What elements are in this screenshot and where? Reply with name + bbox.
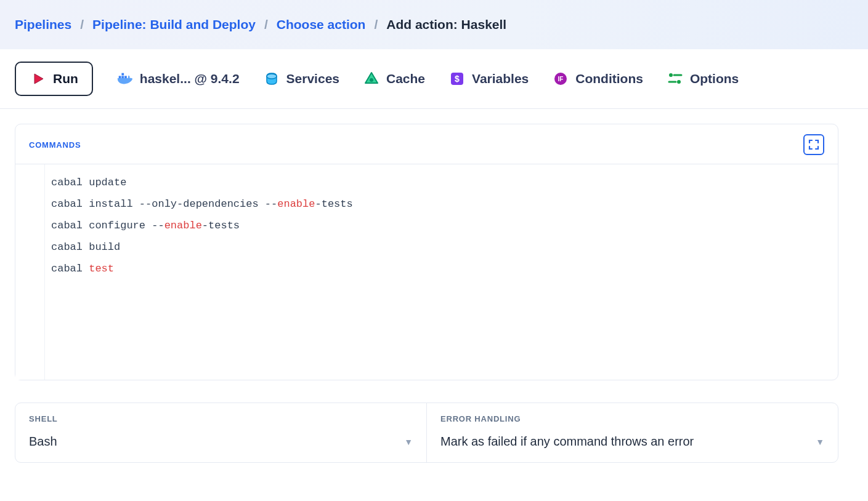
commands-panel: COMMANDS cabal updatecabal install --onl… [15, 124, 838, 380]
breadcrumb-separator: / [264, 17, 268, 32]
commands-editor[interactable]: cabal updatecabal install --only-depende… [15, 164, 838, 380]
tab-services[interactable]: Services [263, 65, 339, 92]
code-line: cabal install --only-dependencies --enab… [51, 198, 832, 210]
error-handling-label: ERROR HANDLING [440, 414, 824, 423]
shell-label: SHELL [29, 414, 413, 423]
svg-rect-1 [121, 76, 124, 78]
expand-button[interactable] [803, 134, 824, 155]
code-line: cabal test [51, 263, 832, 275]
svg-text:IF: IF [558, 76, 564, 82]
action-tabs: Run haskel... @ 9.4.2 Services Cache $ V… [0, 49, 868, 109]
svg-rect-3 [121, 73, 124, 76]
svg-text:$: $ [455, 74, 460, 84]
tab-run[interactable]: Run [15, 62, 93, 96]
tab-label: Run [53, 71, 78, 86]
code-line: cabal update [51, 177, 832, 188]
code-area[interactable]: cabal updatecabal install --only-depende… [45, 164, 838, 380]
code-line: cabal build [51, 241, 832, 253]
code-line: cabal configure --enable-tests [51, 220, 832, 231]
breadcrumb: Pipelines / Pipeline: Build and Deploy /… [15, 17, 853, 32]
expand-icon [808, 138, 820, 151]
error-handling-value: Mark as failed if any command throws an … [440, 435, 694, 449]
shell-value: Bash [29, 435, 57, 449]
breadcrumb-separator: / [374, 17, 378, 32]
conditions-icon: IF [552, 70, 569, 87]
options-icon [667, 70, 684, 87]
tab-variables[interactable]: $ Variables [448, 65, 529, 92]
tab-label: Cache [386, 71, 425, 86]
cache-icon [363, 70, 380, 87]
tab-docker-image[interactable]: haskel... @ 9.4.2 [116, 65, 240, 92]
variables-icon: $ [448, 70, 466, 87]
error-handling-select[interactable]: Mark as failed if any command throws an … [440, 435, 824, 449]
svg-point-4 [267, 74, 277, 79]
tab-label: Options [690, 71, 739, 86]
svg-point-12 [677, 80, 681, 84]
breadcrumb-current: Add action: Haskell [386, 17, 506, 32]
play-icon [30, 70, 47, 87]
tab-label: haskel... @ 9.4.2 [140, 71, 240, 86]
tab-label: Services [286, 71, 339, 86]
tab-conditions[interactable]: IF Conditions [552, 65, 643, 92]
tab-options[interactable]: Options [667, 65, 739, 92]
shell-select[interactable]: Bash ▼ [29, 435, 413, 449]
svg-rect-2 [124, 76, 127, 78]
svg-rect-0 [119, 76, 121, 78]
breadcrumb-choose-action[interactable]: Choose action [277, 17, 366, 32]
tab-label: Variables [472, 71, 529, 86]
svg-point-5 [370, 78, 373, 82]
breadcrumb-pipeline-detail[interactable]: Pipeline: Build and Deploy [92, 17, 256, 32]
breadcrumb-separator: / [80, 17, 84, 32]
docker-icon [116, 70, 134, 87]
breadcrumb-pipelines[interactable]: Pipelines [15, 17, 71, 32]
editor-gutter [15, 164, 45, 380]
chevron-down-icon: ▼ [404, 437, 413, 447]
svg-point-10 [669, 73, 673, 77]
services-icon [263, 70, 280, 87]
chevron-down-icon: ▼ [816, 437, 824, 447]
tab-label: Conditions [575, 71, 643, 86]
commands-title: COMMANDS [29, 140, 81, 150]
tab-cache[interactable]: Cache [363, 65, 425, 92]
